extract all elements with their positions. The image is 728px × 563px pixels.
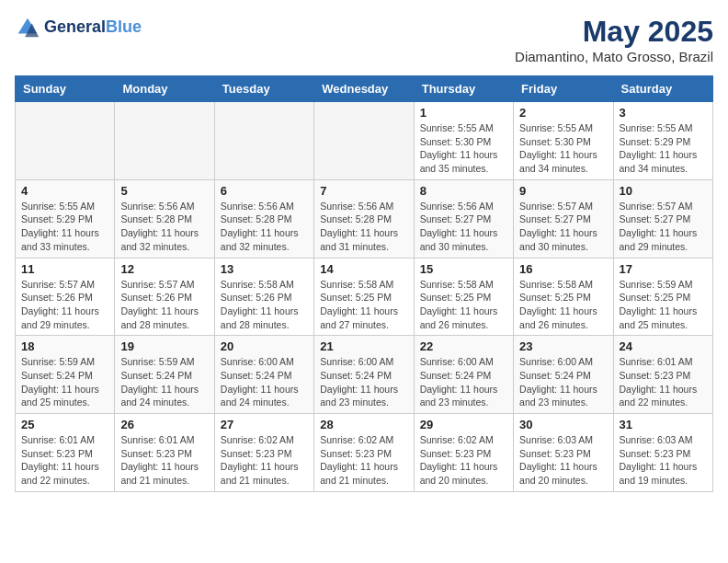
day-detail: Sunrise: 6:03 AM Sunset: 5:23 PM Dayligh… [519,433,607,488]
day-detail: Sunrise: 5:57 AM Sunset: 5:26 PM Dayligh… [120,278,208,332]
day-detail: Sunrise: 5:55 AM Sunset: 5:29 PM Dayligh… [620,121,707,176]
day-detail: Sunrise: 5:59 AM Sunset: 5:24 PM Dayligh… [120,355,208,409]
calendar-day-cell: 9Sunrise: 5:57 AM Sunset: 5:27 PM Daylig… [514,179,613,258]
day-number: 29 [420,418,507,431]
day-number: 4 [21,184,108,198]
weekday-header: Saturday [613,76,712,102]
day-number: 17 [620,262,707,276]
calendar-day-cell: 18Sunrise: 5:59 AM Sunset: 5:24 PM Dayli… [16,336,115,414]
calendar-day-cell: 3Sunrise: 5:55 AM Sunset: 5:29 PM Daylig… [613,102,712,180]
calendar-day-cell: 10Sunrise: 5:57 AM Sunset: 5:27 PM Dayli… [613,179,712,258]
calendar-week-row: 11Sunrise: 5:57 AM Sunset: 5:26 PM Dayli… [16,258,713,336]
calendar-week-row: 25Sunrise: 6:01 AM Sunset: 5:23 PM Dayli… [16,414,713,492]
weekday-header: Sunday [16,76,115,102]
day-detail: Sunrise: 5:56 AM Sunset: 5:28 PM Dayligh… [120,200,208,254]
day-detail: Sunrise: 6:00 AM Sunset: 5:24 PM Dayligh… [320,355,407,409]
day-detail: Sunrise: 6:00 AM Sunset: 5:24 PM Dayligh… [221,355,308,409]
calendar-day-cell [16,102,115,180]
day-detail: Sunrise: 6:02 AM Sunset: 5:23 PM Dayligh… [420,433,507,488]
day-number: 22 [420,339,507,353]
day-number: 26 [120,418,208,431]
calendar-day-cell [214,102,313,180]
logo: GeneralBlue [15,15,142,40]
calendar-day-cell: 23Sunrise: 6:00 AM Sunset: 5:24 PM Dayli… [514,336,613,414]
day-number: 18 [21,339,108,353]
location-title: Diamantino, Mato Grosso, Brazil [515,49,713,64]
calendar-day-cell: 28Sunrise: 6:02 AM Sunset: 5:23 PM Dayli… [314,414,414,492]
calendar-day-cell: 22Sunrise: 6:00 AM Sunset: 5:24 PM Dayli… [414,336,513,414]
title-section: May 2025 Diamantino, Mato Grosso, Brazil [515,15,713,64]
day-detail: Sunrise: 5:57 AM Sunset: 5:26 PM Dayligh… [21,278,108,332]
day-number: 1 [420,106,507,120]
day-number: 11 [21,262,108,276]
logo-text: GeneralBlue [44,18,142,37]
calendar-day-cell: 4Sunrise: 5:55 AM Sunset: 5:29 PM Daylig… [16,179,115,258]
day-detail: Sunrise: 5:55 AM Sunset: 5:30 PM Dayligh… [420,121,507,176]
calendar-day-cell: 14Sunrise: 5:58 AM Sunset: 5:25 PM Dayli… [314,258,414,336]
calendar-day-cell: 20Sunrise: 6:00 AM Sunset: 5:24 PM Dayli… [214,336,313,414]
day-number: 27 [221,418,308,431]
day-number: 2 [519,106,607,120]
calendar-day-cell: 30Sunrise: 6:03 AM Sunset: 5:23 PM Dayli… [514,414,613,492]
day-number: 10 [620,184,707,198]
day-detail: Sunrise: 5:58 AM Sunset: 5:25 PM Dayligh… [420,278,507,332]
day-number: 19 [120,339,208,353]
calendar-day-cell: 2Sunrise: 5:55 AM Sunset: 5:30 PM Daylig… [514,102,613,180]
day-detail: Sunrise: 6:02 AM Sunset: 5:23 PM Dayligh… [320,433,407,488]
day-number: 30 [519,418,607,431]
day-number: 9 [519,184,607,198]
day-detail: Sunrise: 5:59 AM Sunset: 5:24 PM Dayligh… [21,355,108,409]
weekday-header: Thursday [414,76,513,102]
calendar-day-cell: 11Sunrise: 5:57 AM Sunset: 5:26 PM Dayli… [16,258,115,336]
day-number: 23 [519,339,607,353]
weekday-header: Wednesday [314,76,414,102]
day-number: 8 [420,184,507,198]
day-detail: Sunrise: 5:55 AM Sunset: 5:30 PM Dayligh… [519,121,607,176]
calendar-day-cell [314,102,414,180]
calendar-day-cell: 31Sunrise: 6:03 AM Sunset: 5:23 PM Dayli… [613,414,712,492]
day-number: 14 [320,262,407,276]
calendar-day-cell: 24Sunrise: 6:01 AM Sunset: 5:23 PM Dayli… [613,336,712,414]
calendar-day-cell: 12Sunrise: 5:57 AM Sunset: 5:26 PM Dayli… [115,258,214,336]
day-detail: Sunrise: 6:01 AM Sunset: 5:23 PM Dayligh… [21,433,108,488]
weekday-header-row: SundayMondayTuesdayWednesdayThursdayFrid… [16,76,713,102]
calendar-day-cell: 16Sunrise: 5:58 AM Sunset: 5:25 PM Dayli… [514,258,613,336]
calendar-day-cell: 15Sunrise: 5:58 AM Sunset: 5:25 PM Dayli… [414,258,513,336]
calendar-day-cell: 1Sunrise: 5:55 AM Sunset: 5:30 PM Daylig… [414,102,513,180]
day-detail: Sunrise: 5:56 AM Sunset: 5:28 PM Dayligh… [221,200,308,254]
page-header: GeneralBlue May 2025 Diamantino, Mato Gr… [15,15,713,64]
day-detail: Sunrise: 5:59 AM Sunset: 5:25 PM Dayligh… [620,278,707,332]
day-number: 5 [120,184,208,198]
day-number: 24 [620,339,707,353]
day-detail: Sunrise: 6:01 AM Sunset: 5:23 PM Dayligh… [120,433,208,488]
day-number: 16 [519,262,607,276]
weekday-header: Tuesday [214,76,313,102]
day-number: 25 [21,418,108,431]
day-detail: Sunrise: 5:57 AM Sunset: 5:27 PM Dayligh… [519,200,607,254]
calendar-week-row: 1Sunrise: 5:55 AM Sunset: 5:30 PM Daylig… [16,102,713,180]
calendar-day-cell: 8Sunrise: 5:56 AM Sunset: 5:27 PM Daylig… [414,179,513,258]
calendar-day-cell: 29Sunrise: 6:02 AM Sunset: 5:23 PM Dayli… [414,414,513,492]
month-title: May 2025 [515,15,713,49]
logo-icon [15,15,40,40]
calendar-day-cell: 13Sunrise: 5:58 AM Sunset: 5:26 PM Dayli… [214,258,313,336]
day-detail: Sunrise: 5:56 AM Sunset: 5:28 PM Dayligh… [320,200,407,254]
calendar-day-cell: 27Sunrise: 6:02 AM Sunset: 5:23 PM Dayli… [214,414,313,492]
day-number: 20 [221,339,308,353]
day-detail: Sunrise: 6:01 AM Sunset: 5:23 PM Dayligh… [620,355,707,409]
day-detail: Sunrise: 6:00 AM Sunset: 5:24 PM Dayligh… [519,355,607,409]
day-number: 3 [620,106,707,120]
day-number: 12 [120,262,208,276]
calendar-day-cell: 21Sunrise: 6:00 AM Sunset: 5:24 PM Dayli… [314,336,414,414]
day-number: 21 [320,339,407,353]
weekday-header: Friday [514,76,613,102]
calendar-day-cell: 6Sunrise: 5:56 AM Sunset: 5:28 PM Daylig… [214,179,313,258]
calendar-day-cell: 5Sunrise: 5:56 AM Sunset: 5:28 PM Daylig… [115,179,214,258]
calendar-week-row: 18Sunrise: 5:59 AM Sunset: 5:24 PM Dayli… [16,336,713,414]
day-detail: Sunrise: 5:55 AM Sunset: 5:29 PM Dayligh… [21,200,108,254]
day-detail: Sunrise: 5:58 AM Sunset: 5:25 PM Dayligh… [519,278,607,332]
calendar-table: SundayMondayTuesdayWednesdayThursdayFrid… [15,75,713,492]
calendar-day-cell [115,102,214,180]
weekday-header: Monday [115,76,214,102]
calendar-day-cell: 19Sunrise: 5:59 AM Sunset: 5:24 PM Dayli… [115,336,214,414]
